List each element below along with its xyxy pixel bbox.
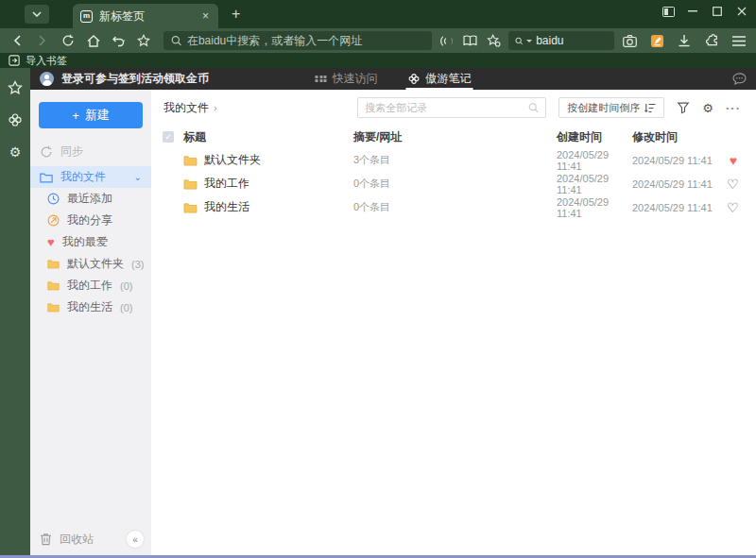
notes-sidebar: + 新建 同步 我的文件 ⌄ xyxy=(30,90,151,555)
table-header-row: ✓ 标题 摘要/网址 创建时间 修改时间 xyxy=(151,126,756,148)
new-tab-button[interactable]: + xyxy=(232,6,240,23)
sort-order-button[interactable]: 按创建时间倒序 xyxy=(558,97,664,118)
sidebar-item-my-favorites[interactable]: ♥ 我的最爱 xyxy=(30,231,151,253)
plus-icon: + xyxy=(72,109,79,123)
tab-quick-access-label: 快速访问 xyxy=(333,71,378,87)
login-banner[interactable]: 登录可参与签到活动领取金币 xyxy=(61,71,209,87)
minimize-button[interactable] xyxy=(686,6,699,17)
feedback-button[interactable] xyxy=(732,73,747,85)
column-header-title: 标题 xyxy=(183,129,353,145)
row-title-cell[interactable]: 我的工作 xyxy=(183,176,353,192)
sort-order-label: 按创建时间倒序 xyxy=(567,101,640,115)
table-row[interactable]: 我的生活 0个条目 2024/05/29 11:41 2024/05/29 11… xyxy=(151,195,756,219)
search-engine-input[interactable] xyxy=(536,34,608,47)
row-title: 我的工作 xyxy=(204,176,249,192)
main-menu-button[interactable] xyxy=(730,31,748,50)
chevron-down-icon xyxy=(32,11,42,17)
recycle-bin-label: 回收站 xyxy=(60,532,94,548)
search-engine-caret-icon[interactable] xyxy=(526,40,532,42)
favorite-heart-icon[interactable]: ♡ xyxy=(727,177,739,192)
filter-button[interactable] xyxy=(677,101,690,114)
favorite-heart-icon[interactable]: ♡ xyxy=(727,200,739,215)
forward-button[interactable] xyxy=(33,31,53,50)
feedback-bubble-icon xyxy=(732,73,747,85)
chevron-down-icon[interactable]: ⌄ xyxy=(134,172,142,182)
sidebar-item-recent[interactable]: 最近添加 xyxy=(30,188,151,210)
breadcrumb-arrow-icon: › xyxy=(214,102,217,113)
note-pencil-icon xyxy=(650,34,664,48)
star-icon xyxy=(137,34,150,47)
search-engine-box[interactable] xyxy=(508,31,614,50)
download-icon xyxy=(678,34,691,47)
collect-to-favorites-button[interactable] xyxy=(485,31,503,50)
tab-maxnote[interactable]: 傲游笔记 xyxy=(406,68,473,90)
folder-icon xyxy=(40,172,53,183)
close-window-button[interactable] xyxy=(735,6,748,17)
import-bookmarks-button[interactable]: 导入书签 xyxy=(26,54,67,68)
maxnote-button[interactable] xyxy=(647,31,666,50)
heart-icon: ♥ xyxy=(47,235,55,249)
refresh-icon xyxy=(61,34,75,47)
favorites-panel-button[interactable] xyxy=(7,79,24,96)
extensions-button[interactable] xyxy=(702,31,721,50)
toolbar-right-icons xyxy=(620,31,748,50)
sidebar-item-label: 我的生活 xyxy=(67,299,112,315)
sidebar-item-my-shares[interactable]: 我的分享 xyxy=(30,210,151,231)
row-title-cell[interactable]: 我的生活 xyxy=(183,199,353,215)
read-aloud-button[interactable] xyxy=(438,31,455,50)
row-title: 默认文件夹 xyxy=(204,152,261,168)
sync-button[interactable]: 同步 xyxy=(30,141,151,162)
row-modified: 2024/05/29 11:41 xyxy=(632,202,727,213)
row-summary: 0个条目 xyxy=(353,177,557,191)
sidebar-item-label: 我的文件 xyxy=(60,169,106,185)
star-icon xyxy=(8,80,23,95)
sidebar-item-my-files[interactable]: 我的文件 ⌄ xyxy=(30,166,151,188)
folder-icon xyxy=(47,280,60,291)
undo-button[interactable] xyxy=(109,31,129,50)
recycle-bin-button[interactable]: 回收站 xyxy=(40,532,94,548)
collapse-sidebar-button[interactable]: « xyxy=(127,531,144,548)
notes-search-box[interactable] xyxy=(357,97,546,118)
back-button[interactable] xyxy=(8,31,27,50)
notes-search-input[interactable] xyxy=(365,102,523,113)
screenshot-button[interactable] xyxy=(620,31,639,50)
boss-key-panel-icon[interactable] xyxy=(662,6,675,17)
sidebar-item-label: 我的工作 xyxy=(67,278,112,294)
funnel-icon xyxy=(677,101,690,114)
maximize-button[interactable] xyxy=(711,6,724,17)
row-title: 我的生活 xyxy=(204,199,249,215)
tab-list-dropdown-button[interactable] xyxy=(25,5,49,24)
bookmarks-bar: 导入书签 xyxy=(0,53,756,68)
tab-quick-access[interactable]: 快速访问 xyxy=(314,68,380,90)
sidebar-item-label: 我的分享 xyxy=(67,212,112,228)
row-modified: 2024/05/29 11:41 xyxy=(632,178,727,190)
breadcrumb[interactable]: 我的文件 › xyxy=(163,100,217,116)
page-tabs: 快速访问 傲游笔记 xyxy=(314,68,473,90)
sidebar-item-my-work[interactable]: 我的工作 (0) xyxy=(30,275,151,296)
grid-icon xyxy=(316,76,327,83)
reading-mode-button[interactable] xyxy=(461,31,479,50)
favorite-heart-icon[interactable]: ♥ xyxy=(730,153,737,168)
address-bar[interactable] xyxy=(163,31,432,50)
new-note-button[interactable]: + 新建 xyxy=(39,102,143,128)
sidebar-item-my-life[interactable]: 我的生活 (0) xyxy=(30,296,151,318)
browser-window: m 新标签页 × + xyxy=(0,0,756,558)
settings-button[interactable]: ⚙ xyxy=(7,144,24,161)
address-input[interactable] xyxy=(187,34,424,47)
more-actions-button[interactable]: ··· xyxy=(726,101,741,115)
refresh-button[interactable] xyxy=(59,31,78,50)
downloads-button[interactable] xyxy=(675,31,694,50)
sidebar-item-label: 默认文件夹 xyxy=(67,256,124,272)
home-button[interactable] xyxy=(83,31,103,50)
table-row[interactable]: 默认文件夹 3个条目 2024/05/29 11:41 2024/05/29 1… xyxy=(151,148,756,172)
tab-close-icon[interactable]: × xyxy=(200,9,211,23)
avatar[interactable] xyxy=(40,72,54,86)
browser-tab-active[interactable]: m 新标签页 × xyxy=(73,4,218,28)
bookmark-page-button[interactable] xyxy=(134,31,154,50)
maxnote-panel-button[interactable] xyxy=(7,111,24,128)
sidebar-item-default-folder[interactable]: 默认文件夹 (3) xyxy=(30,253,151,275)
select-all-checkbox[interactable]: ✓ xyxy=(163,131,174,143)
table-row[interactable]: 我的工作 0个条目 2024/05/29 11:41 2024/05/29 11… xyxy=(151,172,756,195)
row-title-cell[interactable]: 默认文件夹 xyxy=(183,152,353,168)
view-settings-button[interactable]: ⚙ xyxy=(702,101,713,115)
